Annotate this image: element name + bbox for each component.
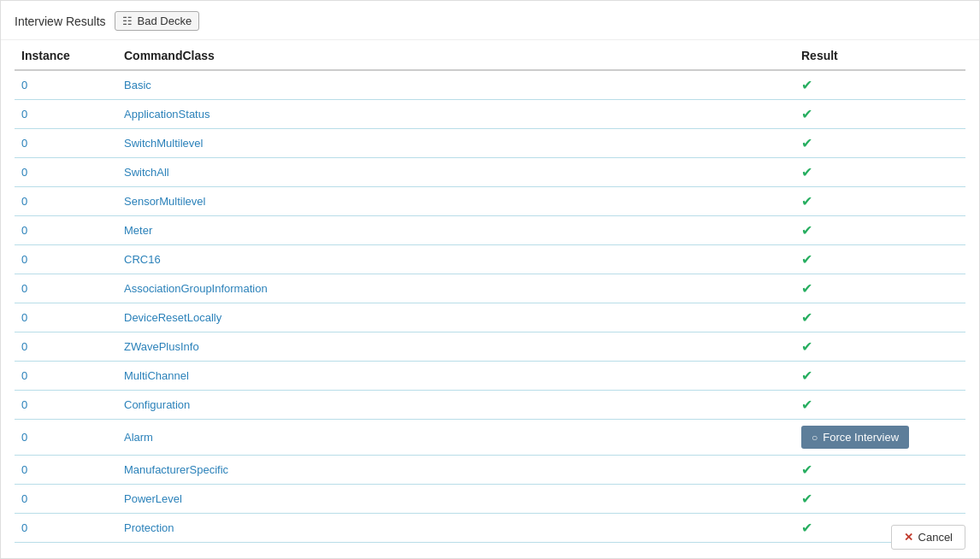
table-row: 0Configuration✔ [15,391,965,420]
check-icon: ✔ [801,252,812,267]
force-interview-button[interactable]: ○Force Interview [801,426,909,449]
commandclass-link[interactable]: MultiChannel [124,369,189,382]
table-row: 0SensorMultilevel✔ [15,187,965,216]
instance-link[interactable]: 0 [21,492,27,505]
commandclass-link[interactable]: SensorMultilevel [124,195,205,208]
check-icon: ✔ [801,223,812,238]
check-icon: ✔ [801,339,812,354]
check-icon: ✔ [801,107,812,121]
check-icon: ✔ [801,165,812,179]
tab-label: Bad Decke [138,15,192,27]
check-icon: ✔ [801,462,812,477]
check-icon: ✔ [801,310,812,325]
instance-link[interactable]: 0 [21,195,27,208]
commandclass-link[interactable]: PowerLevel [124,492,182,505]
document-icon: ☷ [122,15,133,27]
circle-icon: ○ [812,432,818,444]
check-icon: ✔ [801,136,812,150]
instance-link[interactable]: 0 [21,431,27,444]
commandclass-link[interactable]: ApplicationStatus [124,108,210,121]
table-row: 0CRC16✔ [15,245,965,274]
check-icon: ✔ [801,78,812,92]
instance-link[interactable]: 0 [21,253,27,266]
footer-area: ✕ Cancel [877,516,979,558]
page-title: Interview Results [15,15,106,28]
commandclass-link[interactable]: SwitchMultilevel [124,137,203,150]
check-icon: ✔ [801,491,812,506]
header-area: Interview Results ☷ Bad Decke [1,1,979,40]
table-row: 0AssociationGroupInformation✔ [15,274,965,303]
table-row: 0PowerLevel✔ [15,485,965,514]
instance-link[interactable]: 0 [21,340,27,353]
table-row: 0ApplicationStatus✔ [15,100,965,129]
instance-link[interactable]: 0 [21,521,27,534]
table-row: 0ManufacturerSpecific✔ [15,456,965,485]
table-row: 0DeviceResetLocally✔ [15,303,965,332]
page-container: Interview Results ☷ Bad Decke Instance C… [0,0,980,559]
commandclass-link[interactable]: CRC16 [124,253,161,266]
check-icon: ✔ [801,194,812,209]
col-header-commandclass: CommandClass [117,40,794,70]
commandclass-link[interactable]: DeviceResetLocally [124,311,221,324]
commandclass-link[interactable]: SwitchAll [124,166,169,179]
instance-link[interactable]: 0 [21,108,27,121]
x-icon: ✕ [904,531,913,544]
commandclass-link[interactable]: AssociationGroupInformation [124,282,268,295]
check-icon: ✔ [801,281,812,296]
commandclass-link[interactable]: Alarm [124,431,153,444]
col-header-instance: Instance [15,40,117,70]
cancel-label: Cancel [918,531,953,544]
instance-link[interactable]: 0 [21,137,27,150]
commandclass-link[interactable]: ZWavePlusInfo [124,340,199,353]
commandclass-link[interactable]: ManufacturerSpecific [124,463,228,476]
table-row: 0Alarm○Force Interview [15,420,965,456]
instance-link[interactable]: 0 [21,79,27,91]
table-row: 0Protection✔ [15,514,965,543]
instance-link[interactable]: 0 [21,166,27,179]
commandclass-link[interactable]: Meter [124,224,152,237]
force-interview-label: Force Interview [823,431,899,444]
instance-link[interactable]: 0 [21,224,27,237]
table-row: 0ZWavePlusInfo✔ [15,332,965,362]
col-header-result: Result [794,40,965,70]
results-table: Instance CommandClass Result 0Basic✔0App… [15,40,965,543]
table-row: 0SwitchAll✔ [15,158,965,187]
instance-link[interactable]: 0 [21,311,27,324]
table-row: 0MultiChannel✔ [15,362,965,391]
table-row: 0SwitchMultilevel✔ [15,129,965,158]
check-icon: ✔ [801,521,812,535]
commandclass-link[interactable]: Protection [124,521,174,534]
instance-link[interactable]: 0 [21,398,27,411]
commandclass-link[interactable]: Configuration [124,398,190,411]
table-container: Instance CommandClass Result 0Basic✔0App… [1,40,979,543]
instance-link[interactable]: 0 [21,282,27,295]
instance-link[interactable]: 0 [21,369,27,382]
cancel-button[interactable]: ✕ Cancel [891,525,965,550]
device-tab[interactable]: ☷ Bad Decke [115,11,200,31]
table-row: 0Basic✔ [15,70,965,100]
table-row: 0Meter✔ [15,216,965,245]
instance-link[interactable]: 0 [21,463,27,476]
commandclass-link[interactable]: Basic [124,79,151,91]
check-icon: ✔ [801,397,812,412]
check-icon: ✔ [801,368,812,383]
